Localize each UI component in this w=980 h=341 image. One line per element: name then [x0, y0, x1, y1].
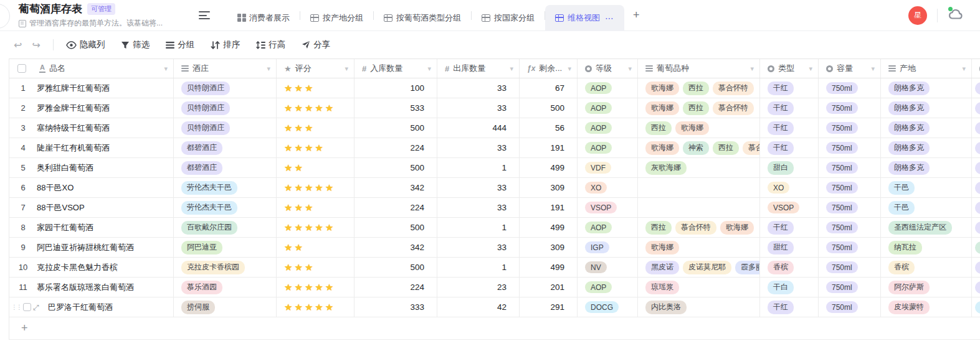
cell-qty_out[interactable]: 42 — [437, 297, 519, 317]
cell-qty_in[interactable]: 224 — [354, 278, 437, 297]
column-header-type[interactable]: 类型▾ — [759, 59, 818, 78]
cell-capacity[interactable]: 750ml — [818, 297, 880, 317]
cell-capacity[interactable]: 750ml — [818, 138, 880, 157]
cell-origin[interactable]: 阿尔萨斯 — [880, 278, 971, 297]
table-row[interactable]: 4陡崖干红有机葡萄酒都碧酒庄★★★★22433191AOP歌海娜神索西拉慕合怀特… — [9, 138, 980, 158]
redo-button[interactable]: ↪ — [32, 39, 40, 51]
cell-grade[interactable]: AOP — [577, 118, 637, 138]
cell-country[interactable] — [971, 218, 980, 237]
cell-origin[interactable]: 朗格多克 — [880, 98, 971, 118]
cell-winery[interactable]: 慕乐酒园 — [173, 278, 276, 297]
row-height-button[interactable]: 行高 — [256, 39, 285, 50]
table-row[interactable]: 11慕乐署名版琼瑶浆白葡萄酒慕乐酒园★★★★★22423201AOP琼瑶浆干白7… — [9, 278, 980, 297]
cell-name[interactable]: ⋮⋮⤢巴罗洛干红葡萄酒 — [9, 297, 173, 317]
cell-winery[interactable]: 都碧酒庄 — [173, 158, 276, 177]
table-row[interactable]: 2罗雅金牌干红葡萄酒贝特朗酒庄★★★★★53333500AOP歌海娜西拉慕合怀特… — [9, 98, 980, 118]
table-row[interactable]: ⋮⋮⤢巴罗洛干红葡萄酒捞伺服★★★★★33342291DOCG内比奥洛干红750… — [9, 297, 980, 317]
tab-group-by-wine-type[interactable]: 按葡萄酒类型分组 — [374, 5, 471, 31]
cell-origin[interactable]: 香槟 — [880, 258, 971, 277]
cell-remain[interactable]: 309 — [519, 238, 577, 257]
cell-capacity[interactable]: 750ml — [818, 98, 880, 118]
column-header-rating[interactable]: ★评分▾ — [276, 59, 354, 78]
tab-group-by-origin[interactable]: 按产地分组 — [300, 5, 373, 31]
cell-remain[interactable]: 291 — [519, 297, 577, 317]
cell-remain[interactable]: 499 — [519, 158, 577, 177]
column-header-grapes[interactable]: 葡萄品种▾ — [637, 59, 759, 78]
cell-origin[interactable]: 干邑 — [880, 198, 971, 217]
cell-type[interactable]: 干红 — [759, 297, 818, 317]
cell-name[interactable]: 9阿巴迪亚祈祷甜桃红葡萄酒 — [9, 238, 173, 257]
add-view-button[interactable]: + — [624, 9, 649, 22]
cell-grapes[interactable]: 歌海娜西拉慕合怀特 — [637, 98, 759, 118]
cell-qty_in[interactable]: 500 — [354, 158, 437, 177]
cell-qty_out[interactable]: 33 — [437, 78, 519, 98]
tab-more-icon[interactable]: ⋯ — [605, 13, 614, 23]
column-header-grade[interactable]: 等级▾ — [577, 59, 637, 78]
cell-rating[interactable]: ★★★ — [276, 78, 354, 98]
cell-qty_in[interactable]: 224 — [354, 198, 437, 217]
tab-group-by-country[interactable]: 按国家分组 — [472, 5, 545, 31]
cell-grapes[interactable]: 歌海娜 — [637, 238, 759, 257]
cell-rating[interactable]: ★★ — [276, 158, 354, 177]
column-header-name[interactable]: A品名▾ — [9, 59, 173, 78]
table-row[interactable]: 10克拉皮卡黑色魅力香槟克拉皮卡香槟园★★★5001499NV黑皮诺皮诺莫尼耶霞… — [9, 258, 980, 278]
cell-capacity[interactable]: 750ml — [818, 198, 880, 217]
cell-winery[interactable]: 克拉皮卡香槟园 — [173, 258, 276, 277]
cell-capacity[interactable]: 750ml — [818, 238, 880, 257]
cell-remain[interactable]: 56 — [519, 118, 577, 138]
cell-grade[interactable]: VSOP — [577, 198, 637, 217]
cell-name[interactable]: 10克拉皮卡黑色魅力香槟 — [9, 258, 173, 277]
cell-qty_out[interactable]: 33 — [437, 198, 519, 217]
cell-remain[interactable]: 309 — [519, 178, 577, 197]
cell-grapes[interactable]: 西拉慕合怀特歌海娜 — [637, 218, 759, 237]
cell-qty_out[interactable]: 33 — [437, 238, 519, 257]
cell-grade[interactable]: VDF — [577, 158, 637, 177]
cell-qty_out[interactable]: 33 — [437, 98, 519, 118]
cell-qty_in[interactable]: 342 — [354, 178, 437, 197]
cell-rating[interactable]: ★★★★★ — [276, 278, 354, 297]
view-list-menu-icon[interactable] — [199, 9, 210, 22]
column-header-qty_out[interactable]: #出库数量▾ — [437, 59, 519, 78]
cell-qty_in[interactable]: 500 — [354, 218, 437, 237]
cell-remain[interactable]: 191 — [519, 138, 577, 157]
cell-grapes[interactable]: 黑皮诺皮诺莫尼耶霞多丽 — [637, 258, 759, 277]
tab-consumer-display[interactable]: 消费者展示 — [227, 5, 300, 31]
cell-country[interactable] — [971, 138, 980, 157]
select-all-checkbox[interactable] — [17, 64, 26, 73]
table-row[interactable]: 3塞纳特级干红葡萄酒贝特朗酒庄★★★50044456AOP西拉歌海娜干红750m… — [9, 118, 980, 138]
cell-type[interactable]: XO — [759, 178, 818, 197]
cell-name[interactable]: 1罗雅红牌干红葡萄酒 — [9, 78, 173, 98]
cell-qty_out[interactable]: 1 — [437, 158, 519, 177]
cell-capacity[interactable]: 750ml — [818, 218, 880, 237]
column-header-capacity[interactable]: 容量▾ — [818, 59, 880, 78]
cell-grade[interactable]: NV — [577, 258, 637, 277]
cell-remain[interactable]: 500 — [519, 98, 577, 118]
cell-qty_in[interactable]: 224 — [354, 138, 437, 157]
cell-capacity[interactable]: 750ml — [818, 278, 880, 297]
cell-rating[interactable]: ★★★ — [276, 198, 354, 217]
cell-remain[interactable]: 499 — [519, 258, 577, 277]
tab-grid-view-active[interactable]: 维格视图 ⋯ — [545, 5, 624, 31]
cell-winery[interactable]: 贝特朗酒庄 — [173, 118, 276, 138]
workspace-logo[interactable] — [0, 4, 10, 29]
column-dropdown-caret[interactable]: ▾ — [164, 65, 168, 73]
cell-winery[interactable]: 劳伦杰夫干邑 — [173, 198, 276, 217]
cell-origin[interactable]: 干邑 — [880, 178, 971, 197]
cell-type[interactable]: 甜白 — [759, 158, 818, 177]
cell-name[interactable]: 2罗雅金牌干红葡萄酒 — [9, 98, 173, 118]
cell-country[interactable] — [971, 278, 980, 297]
cell-qty_out[interactable]: 23 — [437, 278, 519, 297]
cell-winery[interactable]: 劳伦杰夫干邑 — [173, 178, 276, 197]
cell-type[interactable]: 甜红 — [759, 238, 818, 257]
column-dropdown-caret[interactable]: ▾ — [267, 65, 270, 73]
sync-cloud-icon[interactable] — [948, 8, 964, 23]
column-dropdown-caret[interactable]: ▾ — [427, 65, 431, 73]
cell-rating[interactable]: ★★★★★ — [276, 98, 354, 118]
cell-qty_out[interactable]: 33 — [437, 138, 519, 157]
cell-type[interactable]: 干红 — [759, 218, 818, 237]
cell-grapes[interactable]: 灰歌海娜 — [637, 158, 759, 177]
cell-rating[interactable]: ★★ — [276, 238, 354, 257]
cell-origin[interactable]: 皮埃蒙特 — [880, 297, 971, 317]
column-dropdown-caret[interactable]: ▾ — [568, 65, 571, 73]
cell-grade[interactable]: AOP — [577, 218, 637, 237]
